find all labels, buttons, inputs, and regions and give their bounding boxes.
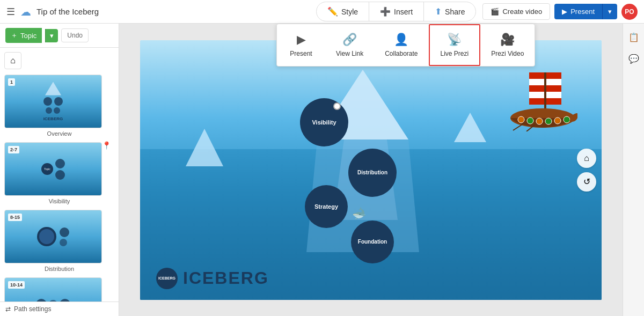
share-view-link-item[interactable]: 🔗 View Link [325, 24, 374, 66]
slide-thumb-visibility: 2-7 Topic [4, 142, 102, 196]
strategy-circle: Strategy [305, 185, 348, 228]
share-prezi-video-item[interactable]: 🎥 Prezi Video [480, 24, 535, 66]
topbar-center: ✏️ Style ➕ Insert ⬆ Share [316, 2, 477, 21]
svg-point-16 [545, 118, 552, 124]
present-dropdown-button[interactable]: ▾ [602, 4, 617, 19]
sidebar-toolbar: ＋ Topic ▾ Undo [0, 24, 119, 48]
path-settings-bar[interactable]: ⇄ Path settings [0, 302, 119, 316]
main-layout: ＋ Topic ▾ Undo ⌂ 1 [0, 24, 644, 316]
app-title: Tip of the Iceberg [36, 7, 99, 16]
create-video-button[interactable]: 🎬 Create video [482, 3, 550, 20]
slide-label-distribution: Distribution [4, 266, 114, 272]
notes-icon-button[interactable]: 📋 [626, 29, 642, 45]
logo-circle: ICEBERG [156, 268, 178, 289]
path-settings-icon: ⇄ [5, 305, 11, 313]
undo-button[interactable]: Undo [61, 28, 89, 42]
foundation-circle: Foundation [351, 221, 394, 263]
svg-point-18 [564, 116, 570, 123]
slide-thumb-bg-distribution: 8-15 [5, 210, 101, 263]
avatar[interactable]: PO [621, 4, 638, 20]
share-icon: ⬆ [435, 6, 442, 17]
insert-tab[interactable]: ➕ Insert [369, 2, 424, 21]
canvas-frame: Visibility Distribution Strategy Foundat… [140, 40, 602, 300]
share-live-prezi-item[interactable]: 📡 Live Prezi [429, 24, 481, 66]
prezi-video-icon: 🎥 [500, 33, 515, 47]
add-icon: ＋ [11, 31, 18, 40]
share-collaborate-item[interactable]: 👤 Collaborate [374, 24, 428, 66]
home-control-button[interactable]: ⌂ [577, 149, 596, 168]
distribution-circle: Distribution [348, 149, 397, 197]
refresh-control-button[interactable]: ↺ [577, 172, 596, 192]
slide-thumb-distribution: 8-15 [4, 210, 102, 263]
small-iceberg-left [183, 126, 226, 169]
present-dropdown-icon: ▶ [297, 33, 306, 47]
topbar-left: ☰ ☁ Tip of the Iceberg [6, 5, 310, 18]
slide-item-distribution[interactable]: 8-15 Distribution [4, 210, 114, 272]
video-icon: 🎬 [491, 8, 499, 16]
slide-thumb-other: 10-14 [4, 277, 102, 302]
svg-point-13 [518, 116, 524, 123]
sidebar-right: 📋 💬 [623, 24, 644, 316]
slide-thumb-bg-overview: 1 ICEBERG [5, 75, 101, 128]
insert-icon: ➕ [380, 6, 391, 17]
location-pin-icon: 📍 [102, 141, 111, 150]
topbar-right: 🎬 Create video ▶ Present ▾ PO [482, 3, 638, 20]
style-icon: ✏️ [327, 6, 338, 17]
viking-ship [508, 72, 577, 131]
sidebar: ＋ Topic ▾ Undo ⌂ 1 [0, 24, 119, 316]
slide-number-overview: 1 [8, 78, 15, 86]
share-tab[interactable]: ⬆ Share [424, 2, 475, 21]
cloud-icon: ☁ [20, 5, 31, 18]
visibility-pin-dot [333, 102, 341, 110]
topic-button[interactable]: ＋ Topic [5, 28, 42, 43]
topic-dropdown-button[interactable]: ▾ [45, 29, 58, 42]
slide-item-overview[interactable]: 1 ICEBERG [4, 75, 114, 137]
slide-number-other: 10-14 [8, 281, 25, 289]
visibility-circle: Visibility [300, 98, 348, 146]
hamburger-icon[interactable]: ☰ [6, 6, 15, 18]
svg-line-19 [513, 123, 524, 130]
svg-point-17 [554, 117, 561, 124]
share-present-item[interactable]: ▶ Present [277, 24, 325, 66]
present-play-icon: ▶ [562, 8, 567, 16]
slide-number-distribution: 8-15 [8, 214, 22, 221]
slide-item-visibility[interactable]: 📍 2-7 Topic Visibility [4, 142, 114, 204]
style-tab[interactable]: ✏️ Style [317, 2, 369, 21]
svg-point-14 [527, 117, 533, 124]
slide-thumb-overview: 1 ICEBERG [4, 75, 102, 128]
canvas-area[interactable]: Visibility Distribution Strategy Foundat… [119, 24, 623, 316]
path-settings-label: Path settings [14, 305, 51, 313]
right-controls: ⌂ ↺ [577, 149, 596, 192]
present-main-button[interactable]: ▶ Present [554, 4, 602, 19]
logo-text: ICEBERG [183, 268, 269, 288]
comments-icon-button[interactable]: 💬 [626, 50, 642, 67]
small-iceberg-mid [451, 110, 489, 145]
slide-thumb-bg-visibility: 2-7 Topic [5, 143, 101, 195]
topbar: ☰ ☁ Tip of the Iceberg ✏️ Style ➕ Insert… [0, 0, 644, 24]
present-button-group: ▶ Present ▾ [554, 4, 617, 19]
iceberg-scene: Visibility Distribution Strategy Foundat… [140, 40, 602, 300]
iceberg-logo: ICEBERG ICEBERG [156, 268, 269, 289]
slide-thumb-bg-other: 10-14 [5, 278, 101, 302]
collaborate-icon: 👤 [394, 33, 408, 47]
live-prezi-icon: 📡 [447, 33, 462, 47]
slide-label-visibility: Visibility [4, 198, 114, 204]
slide-item-other[interactable]: 10-14 [4, 277, 114, 302]
tab-group: ✏️ Style ➕ Insert ⬆ Share [316, 2, 477, 21]
view-link-icon: 🔗 [342, 33, 357, 47]
share-dropdown: ▶ Present 🔗 View Link 👤 Collaborate 📡 Li… [276, 24, 535, 67]
home-button[interactable]: ⌂ [4, 52, 21, 69]
svg-marker-0 [186, 129, 223, 166]
svg-point-15 [536, 118, 543, 124]
slide-label-overview: Overview [4, 130, 114, 137]
sidebar-content: ⌂ 1 [0, 48, 119, 302]
slide-number-visibility: 2-7 [8, 146, 19, 153]
svg-marker-1 [454, 113, 486, 142]
